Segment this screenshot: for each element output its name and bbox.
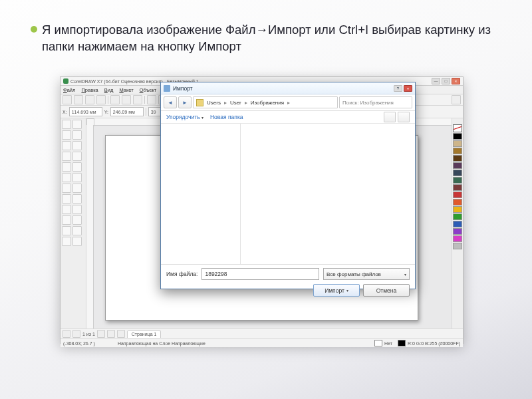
- toolbox-tool[interactable]: [72, 152, 82, 161]
- nav-back-button[interactable]: ◄: [164, 96, 177, 108]
- print-button[interactable]: [96, 95, 106, 104]
- cut-button[interactable]: [110, 95, 120, 104]
- page-tab[interactable]: Страница 1: [127, 331, 162, 338]
- no-color-swatch[interactable]: [453, 124, 462, 132]
- color-swatch[interactable]: [453, 170, 462, 176]
- dialog-body: [161, 124, 415, 264]
- color-swatch[interactable]: [453, 221, 462, 227]
- toolbox-tool[interactable]: [62, 120, 71, 129]
- color-swatch[interactable]: [453, 177, 462, 184]
- file-filter-label: Все форматы файлов: [327, 271, 381, 277]
- status-fill: Нет: [384, 341, 392, 346]
- color-swatch[interactable]: [453, 162, 462, 169]
- open-doc-button[interactable]: [74, 95, 83, 104]
- menu-item[interactable]: Вид: [104, 87, 114, 93]
- add-page-button[interactable]: [117, 330, 125, 338]
- paste-button[interactable]: [133, 95, 142, 104]
- toolbox-tool[interactable]: [62, 141, 71, 150]
- color-swatch[interactable]: [453, 192, 462, 198]
- outline-swatch-icon: [398, 340, 406, 346]
- toolbox-tool[interactable]: [72, 173, 82, 182]
- dialog-close-button[interactable]: ×: [404, 85, 412, 92]
- breadcrumb-segment[interactable]: Users: [207, 100, 221, 106]
- chevron-right-icon: ▸: [224, 100, 227, 106]
- toolbox-tool[interactable]: [72, 226, 82, 235]
- x-field[interactable]: 114.693 мм: [69, 107, 102, 116]
- y-field[interactable]: 246.09 мм: [110, 107, 144, 116]
- toolbox-tool[interactable]: [72, 162, 82, 172]
- toolbox-tool[interactable]: [72, 130, 82, 140]
- toolbox-tool[interactable]: [72, 120, 82, 129]
- folder-icon: [196, 99, 203, 106]
- toolbox-tool[interactable]: [72, 194, 82, 203]
- color-swatch[interactable]: [453, 243, 462, 249]
- status-coords: (-308.03; 26.7 ): [63, 341, 95, 346]
- menu-item[interactable]: Правка: [81, 87, 98, 93]
- menu-item[interactable]: Макет: [119, 87, 133, 93]
- breadcrumb-segment[interactable]: User: [230, 100, 241, 106]
- new-doc-button[interactable]: [63, 95, 72, 104]
- filename-input[interactable]: 1892298: [201, 268, 319, 280]
- close-button[interactable]: ×: [452, 78, 460, 84]
- next-page-button[interactable]: [97, 330, 105, 338]
- color-swatch[interactable]: [453, 199, 462, 205]
- toolbox-tool[interactable]: [62, 152, 71, 161]
- color-swatch[interactable]: [453, 148, 462, 154]
- color-swatch[interactable]: [453, 228, 462, 235]
- toolbox-tool[interactable]: [72, 215, 82, 225]
- save-button[interactable]: [85, 95, 94, 104]
- copy-button[interactable]: [122, 95, 131, 104]
- toolbox-tool[interactable]: [62, 184, 71, 193]
- toolbox-tool[interactable]: [62, 162, 71, 172]
- color-swatch[interactable]: [453, 133, 462, 140]
- dialog-titlebar: Импорт ? ×: [161, 82, 415, 94]
- toolbox-tool[interactable]: [62, 173, 71, 182]
- nav-forward-button[interactable]: ►: [178, 96, 192, 108]
- color-swatch[interactable]: [453, 184, 462, 191]
- menu-item[interactable]: Файл: [63, 87, 75, 93]
- file-filter-combo[interactable]: Все форматы файлов ▾: [323, 268, 410, 280]
- dialog-toolbar: Упорядочить ▾ Новая папка: [161, 111, 415, 124]
- new-folder-button[interactable]: Новая папка: [210, 114, 243, 120]
- toolbox-tool[interactable]: [62, 215, 71, 225]
- color-swatch[interactable]: [453, 213, 462, 220]
- minimize-button[interactable]: —: [432, 78, 440, 84]
- toolbox-tool[interactable]: [72, 184, 82, 193]
- last-page-button[interactable]: [107, 330, 115, 338]
- location-breadcrumb[interactable]: Users▸User▸Изображения▸: [193, 96, 338, 108]
- toolbox-tool[interactable]: [62, 130, 71, 140]
- x-label: X:: [63, 110, 67, 114]
- toolbox-tool[interactable]: [72, 237, 82, 246]
- slide-heading: Я импортировала изображение Файл→Импорт …: [42, 22, 499, 55]
- chevron-right-icon: ▸: [287, 100, 290, 106]
- toolbox-tool[interactable]: [62, 226, 71, 235]
- dialog-nav: ◄ ► Users▸User▸Изображения▸ Поиск: Изобр…: [161, 94, 415, 111]
- menu-item[interactable]: Объект: [140, 87, 157, 93]
- undo-button[interactable]: [147, 95, 156, 104]
- toolbox-tool[interactable]: [62, 194, 71, 203]
- dialog-help-button[interactable]: ?: [394, 85, 402, 92]
- organize-menu[interactable]: Упорядочить ▾: [166, 114, 203, 120]
- color-swatch[interactable]: [453, 155, 462, 162]
- cancel-button[interactable]: Отмена: [363, 284, 410, 297]
- view-mode-button[interactable]: [384, 112, 396, 122]
- color-swatch[interactable]: [453, 206, 462, 213]
- toolbox-tool[interactable]: [72, 141, 82, 150]
- toolbox-tool[interactable]: [62, 205, 71, 214]
- help-button[interactable]: [452, 95, 461, 104]
- toolbox-tool[interactable]: [62, 237, 71, 246]
- breadcrumb-segment[interactable]: Изображения: [251, 100, 284, 106]
- app-logo-icon: [63, 78, 68, 84]
- search-placeholder: Поиск: Изображения: [342, 100, 394, 106]
- toolbox-tool[interactable]: [72, 205, 82, 214]
- prev-page-button[interactable]: [72, 330, 80, 338]
- first-page-button[interactable]: [63, 330, 70, 338]
- search-input[interactable]: Поиск: Изображения: [339, 96, 412, 108]
- preview-pane-button[interactable]: [398, 112, 410, 122]
- color-swatch[interactable]: [453, 140, 462, 147]
- import-icon: [164, 85, 170, 92]
- color-swatch[interactable]: [453, 235, 462, 242]
- ruler-vertical: [86, 125, 94, 329]
- import-confirm-button[interactable]: Импорт ▾: [313, 284, 360, 297]
- maximize-button[interactable]: □: [442, 78, 450, 84]
